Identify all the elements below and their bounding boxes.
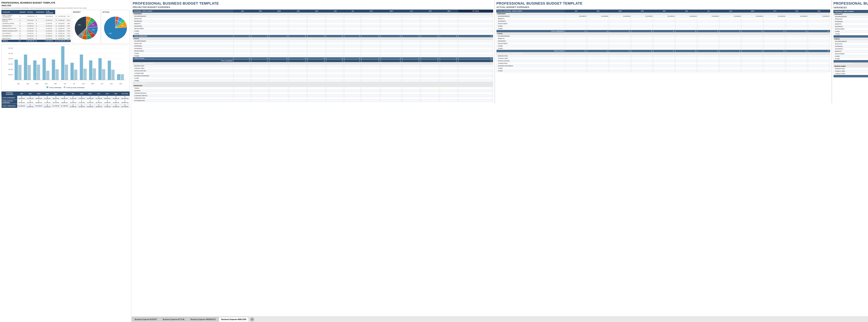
proj-cell: - <box>234 42 251 45</box>
proj-cell: - <box>458 15 493 18</box>
legend-budget: TOTAL EXPENSES <box>46 86 62 89</box>
actual-cell: - <box>720 37 742 40</box>
var-total-casual-label: TOTAL CASUAL EMPLOYMENT <box>834 60 868 63</box>
var-op-row-label: BANKING FEES <box>834 68 868 70</box>
actual-cell: - <box>565 28 587 30</box>
proj-cell: - <box>234 28 251 30</box>
proj-cell: - <box>344 77 362 79</box>
proj-cell: - <box>326 90 344 92</box>
analysis-row-budget: 491,800.00 <box>26 40 35 42</box>
actual-budget-table: ACTUAL EXPENSES - EMPLOYMENTJANFEBMARAPR… <box>496 9 830 72</box>
proj-cell: - <box>344 52 362 55</box>
proj-op-row: KITCHENETTE/C... <box>133 99 234 102</box>
svg-text:JUN: JUN <box>64 83 66 85</box>
proj-cell: - <box>307 90 326 92</box>
proj-cell: - <box>402 72 421 75</box>
actual-salary-cell: $ 15,000.00 <box>742 15 764 18</box>
actual-cell: - <box>631 70 653 72</box>
proj-cell: - <box>326 18 344 20</box>
proj-cell: - <box>307 92 326 95</box>
analysis-row-budget: 34,000.00 <box>26 25 35 27</box>
expense-cell: $ 36,800.00 <box>86 96 94 100</box>
actual-total-cell: $ - <box>808 50 830 52</box>
svg-rect-26 <box>14 60 18 80</box>
actual-cell: - <box>565 40 587 42</box>
proj-cell: - <box>402 87 421 90</box>
actual-cell: - <box>698 28 720 30</box>
actual-cell: - <box>653 67 676 70</box>
proj-cell: - <box>234 47 251 50</box>
proj-col-MAY: MAY <box>307 10 326 12</box>
actual-cell: - <box>742 55 764 57</box>
tab-0[interactable]: Business Expense BUDGET <box>132 317 160 322</box>
proj-cell: - <box>269 55 289 57</box>
analysis-row-budget-s: $ <box>19 27 27 30</box>
tab-3[interactable]: Business Expense ANALYSIS <box>219 317 249 322</box>
analysis-row-budget: 34,000.00 <box>26 30 35 32</box>
proj-cell: - <box>269 79 289 82</box>
proj-cell: - <box>421 65 440 67</box>
actual-cell: - <box>764 25 786 28</box>
actual-cell: - <box>587 18 609 20</box>
actual-cell: - <box>609 28 631 30</box>
proj-cell: - <box>269 23 289 25</box>
proj-cell: - <box>269 87 289 90</box>
actual-cell: - <box>764 65 786 67</box>
svg-rect-48 <box>83 69 87 80</box>
actual-cell: - <box>653 20 676 23</box>
proj-cell: - <box>234 72 251 75</box>
proj-casual-row-label: INSURANCE <box>133 47 234 50</box>
proj-cell: - <box>269 18 289 20</box>
expense-cell: $ 8,000.00 <box>34 104 43 108</box>
actual-cell: - <box>675 25 698 28</box>
proj-cell: - <box>402 42 421 45</box>
proj-cell: - <box>269 99 289 102</box>
proj-cell: - <box>381 90 402 92</box>
proj-cell: - <box>251 72 269 75</box>
proj-cell: - <box>234 95 251 97</box>
proj-cell: - <box>269 97 289 99</box>
actual-cell: - <box>565 70 587 72</box>
actual-cell: - <box>764 40 786 42</box>
legend-actual: TOTAL ACTUAL EXPENSES <box>64 86 85 89</box>
proj-actual-expenses-header: ACTUAL EXPENSES <box>133 82 493 85</box>
actual-cell: - <box>609 62 631 65</box>
actual-cell: - <box>565 62 587 65</box>
tab-1[interactable]: Business Expense ACTUAL <box>160 317 187 322</box>
proj-cell: - <box>289 77 307 79</box>
proj-cell: - <box>344 99 362 102</box>
actual-cell: - <box>764 70 786 72</box>
analysis-row-actual: 10,200.00 <box>45 27 55 30</box>
bar-chart-svg: $60,000$50,000$40,000$30,000$20,000$10,0… <box>3 46 127 85</box>
proj-cell: - <box>381 87 402 90</box>
proj-cell: - <box>362 90 381 92</box>
proj-total-exp-cell: $ - <box>362 60 381 62</box>
tab-2[interactable]: Business Expense VARIANCES <box>188 317 218 322</box>
projected-sub-title: PROJECTED BUDGET EXPENSES <box>133 6 493 8</box>
actual-cell: - <box>675 37 698 40</box>
proj-col-JUN: JUN <box>326 10 344 12</box>
proj-cell: - <box>234 79 251 82</box>
proj-cell: - <box>458 99 493 102</box>
variance-main-title: PROFESSIONAL BUSINESS BUDGET TEMPLATE <box>833 1 868 5</box>
proj-cell: - <box>362 92 381 95</box>
var-op-row-label: CONSULT FEES <box>834 70 868 72</box>
proj-cell: - <box>344 55 362 57</box>
proj-casual-row-label: OTHER <box>133 55 234 57</box>
proj-header-category: EXPENSES - EMPLOYMENT <box>133 10 234 12</box>
analysis-row-budget-s: $ <box>19 25 27 27</box>
proj-cell: - <box>251 23 269 25</box>
actual-cell: - <box>675 42 698 45</box>
proj-cell: - <box>458 32 493 35</box>
proj-cell: - <box>458 30 493 32</box>
var-casual-label: SALARIES/WAGES <box>834 40 868 43</box>
proj-col-YR TOTAL: YR TOTAL <box>458 10 493 12</box>
tab-add-button[interactable]: + <box>250 317 254 321</box>
proj-cell: - <box>269 72 289 75</box>
proj-ga-row: OTHER <box>133 79 234 82</box>
var-total-permanent-label: TOTAL PERMANENT EMPLOYMENT <box>834 35 868 38</box>
proj-cell: - <box>440 42 458 45</box>
col-budget: BUDGET <box>19 10 27 14</box>
expense-cell: $ 36,800.00 <box>34 96 43 100</box>
proj-cell: - <box>326 55 344 57</box>
